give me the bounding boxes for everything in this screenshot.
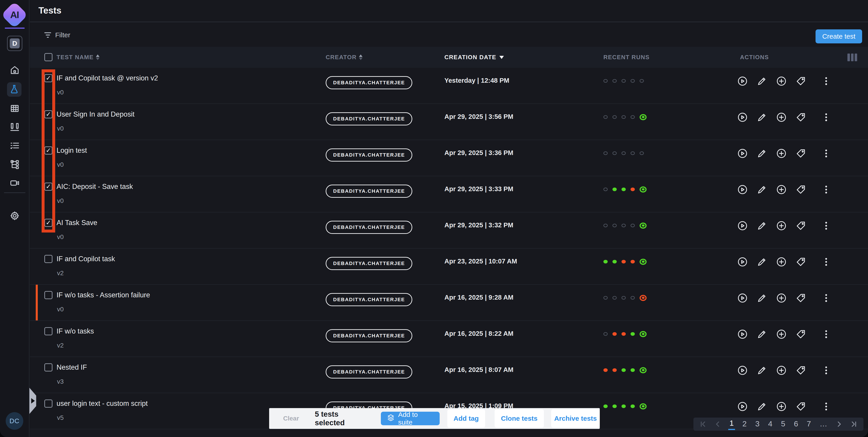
pencil-icon[interactable] — [757, 148, 767, 159]
clone-tests-button[interactable]: Clone tests — [495, 409, 544, 428]
plus-circle-icon[interactable] — [776, 112, 786, 123]
tag-icon[interactable] — [796, 76, 806, 86]
table-row[interactable]: Login test v0 DEBADITYA.CHATTERJEE Apr 2… — [30, 140, 868, 176]
play-circle-icon[interactable] — [737, 221, 748, 231]
pencil-icon[interactable] — [757, 184, 767, 195]
row-checkbox[interactable] — [44, 363, 53, 371]
kebab-menu-icon[interactable] — [821, 112, 831, 123]
play-circle-icon[interactable] — [737, 329, 748, 339]
tag-icon[interactable] — [796, 365, 806, 375]
pencil-icon[interactable] — [757, 112, 767, 123]
table-row[interactable]: IF and Copilot task v2 DEBADITYA.CHATTER… — [30, 248, 868, 285]
kebab-menu-icon[interactable] — [821, 365, 831, 375]
plus-circle-icon[interactable] — [776, 221, 786, 231]
plus-circle-icon[interactable] — [776, 365, 786, 375]
tag-icon[interactable] — [796, 112, 806, 123]
kebab-menu-icon[interactable] — [821, 184, 831, 195]
kebab-menu-icon[interactable] — [821, 148, 831, 159]
column-creator[interactable]: CREATOR — [326, 47, 363, 68]
plus-circle-icon[interactable] — [776, 401, 786, 412]
pencil-icon[interactable] — [757, 221, 767, 231]
plus-circle-icon[interactable] — [776, 293, 786, 303]
pencil-icon[interactable] — [757, 293, 767, 303]
filter-button[interactable]: Filter — [44, 31, 70, 39]
pagination-page-6[interactable]: 6 — [793, 419, 800, 430]
previous-page-button[interactable] — [714, 420, 721, 428]
plus-circle-icon[interactable] — [776, 148, 786, 159]
row-checkbox[interactable] — [44, 327, 53, 335]
plus-circle-icon[interactable] — [776, 329, 786, 339]
row-checkbox[interactable] — [44, 255, 53, 263]
archive-tests-button[interactable]: Archive tests — [551, 409, 600, 428]
sidebar-item-flows[interactable] — [7, 157, 22, 172]
workspace-avatar[interactable]: D — [7, 36, 22, 51]
table-row[interactable]: IF and Copilot task @ version v2 v0 DEBA… — [30, 68, 868, 104]
play-circle-icon[interactable] — [737, 401, 748, 412]
sidebar-item-test-tubes[interactable] — [7, 120, 22, 135]
pagination-page-1[interactable]: 1 — [728, 418, 735, 430]
kebab-menu-icon[interactable] — [821, 257, 831, 267]
kebab-menu-icon[interactable] — [821, 401, 831, 412]
pagination-page-3[interactable]: 3 — [754, 419, 761, 430]
tag-icon[interactable] — [796, 329, 806, 339]
table-row[interactable]: AI Task Save v0 DEBADITYA.CHATTERJEE Apr… — [30, 212, 868, 248]
kebab-menu-icon[interactable] — [821, 293, 831, 303]
tag-icon[interactable] — [796, 257, 806, 267]
user-avatar[interactable]: DC — [6, 412, 23, 430]
pencil-icon[interactable] — [757, 365, 767, 375]
pagination-ellipsis[interactable]: … — [818, 419, 829, 430]
play-circle-icon[interactable] — [737, 112, 748, 123]
sidebar-item-settings[interactable] — [7, 209, 22, 224]
pencil-icon[interactable] — [757, 257, 767, 267]
table-row[interactable]: User Sign In and Deposit v0 DEBADITYA.CH… — [30, 104, 868, 140]
play-circle-icon[interactable] — [737, 293, 748, 303]
sidebar-item-recordings[interactable] — [7, 176, 22, 191]
pagination-page-4[interactable]: 4 — [767, 419, 774, 430]
first-page-button[interactable] — [699, 420, 707, 428]
create-test-button[interactable]: Create test — [815, 29, 862, 43]
pencil-icon[interactable] — [757, 329, 767, 339]
plus-circle-icon[interactable] — [776, 76, 786, 86]
table-row[interactable]: Nested IF v3 DEBADITYA.CHATTERJEE Apr 16… — [30, 357, 868, 393]
sidebar-item-home[interactable] — [7, 63, 22, 78]
last-page-button[interactable] — [850, 420, 858, 428]
select-all-checkbox[interactable] — [44, 53, 53, 61]
play-circle-icon[interactable] — [737, 76, 748, 86]
pagination-page-5[interactable]: 5 — [780, 419, 786, 430]
pagination-page-7[interactable]: 7 — [805, 419, 812, 430]
run-status-empty — [630, 115, 635, 119]
sidebar-item-checklist[interactable] — [7, 139, 22, 153]
sidebar-item-grid[interactable] — [7, 102, 22, 116]
tag-icon[interactable] — [796, 401, 806, 412]
play-circle-icon[interactable] — [737, 148, 748, 159]
add-tag-button[interactable]: Add tag — [447, 409, 485, 428]
kebab-menu-icon[interactable] — [821, 76, 831, 86]
tag-icon[interactable] — [796, 148, 806, 159]
play-circle-icon[interactable] — [737, 365, 748, 375]
play-circle-icon[interactable] — [737, 184, 748, 195]
tag-icon[interactable] — [796, 184, 806, 195]
add-to-suite-button[interactable]: Add to suite — [381, 412, 439, 425]
next-page-button[interactable] — [835, 420, 843, 428]
table-row[interactable]: AIC: Deposit - Save task v0 DEBADITYA.CH… — [30, 176, 868, 212]
kebab-menu-icon[interactable] — [821, 329, 831, 339]
tag-icon[interactable] — [796, 221, 806, 231]
column-settings-icon[interactable] — [847, 54, 857, 61]
chevron-right-icon — [31, 398, 35, 404]
tag-icon[interactable] — [796, 293, 806, 303]
row-checkbox[interactable] — [44, 291, 53, 299]
table-row[interactable]: IF w/o tasks v2 DEBADITYA.CHATTERJEE Apr… — [30, 321, 868, 357]
column-creation-date[interactable]: CREATION DATE — [444, 47, 504, 68]
table-row[interactable]: IF w/o tasks - Assertion failure v0 DEBA… — [30, 285, 868, 321]
column-test-name[interactable]: TEST NAME — [57, 47, 99, 68]
kebab-menu-icon[interactable] — [821, 221, 831, 231]
clear-selection-button[interactable]: Clear — [283, 415, 299, 422]
plus-circle-icon[interactable] — [776, 257, 786, 267]
sidebar-item-tests[interactable] — [7, 82, 22, 97]
row-checkbox[interactable] — [44, 400, 53, 408]
pencil-icon[interactable] — [757, 76, 767, 86]
play-circle-icon[interactable] — [737, 257, 748, 267]
plus-circle-icon[interactable] — [776, 184, 786, 195]
pencil-icon[interactable] — [757, 401, 767, 412]
pagination-page-2[interactable]: 2 — [741, 419, 748, 430]
